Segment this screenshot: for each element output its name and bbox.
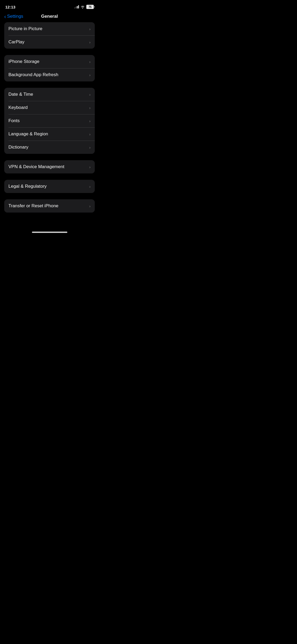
signal-bars-icon	[74, 5, 79, 8]
date-and-time-label: Date & Time	[8, 92, 33, 97]
chevron-right-icon: ›	[89, 59, 91, 64]
nav-bar: ‹ Settings General	[0, 12, 99, 22]
chevron-right-icon: ›	[89, 145, 91, 150]
back-chevron-icon: ‹	[4, 14, 6, 19]
chevron-right-icon: ›	[89, 119, 91, 123]
keyboard-label: Keyboard	[8, 105, 28, 110]
settings-item-vpn-device-management[interactable]: VPN & Device Management ›	[4, 160, 95, 173]
background-app-refresh-label: Background App Refresh	[8, 72, 58, 77]
group-keyboard-language: Date & Time › Keyboard › Fonts › Languag…	[4, 88, 95, 154]
settings-item-date-and-time[interactable]: Date & Time ›	[4, 88, 95, 101]
settings-item-fonts[interactable]: Fonts ›	[4, 114, 95, 127]
fonts-label: Fonts	[8, 118, 20, 123]
settings-item-transfer-reset-iphone[interactable]: Transfer or Reset iPhone ›	[4, 199, 95, 213]
battery-icon: 75	[86, 5, 94, 9]
group-pip-carplay: Picture in Picture › CarPlay ›	[4, 22, 95, 49]
dictionary-label: Dictionary	[8, 145, 29, 150]
back-label: Settings	[7, 14, 23, 19]
chevron-right-icon: ›	[89, 27, 91, 31]
home-indicator	[0, 229, 99, 234]
group-storage-refresh: iPhone Storage › Background App Refresh …	[4, 55, 95, 81]
settings-item-carplay[interactable]: CarPlay ›	[4, 35, 95, 49]
settings-item-legal-regulatory[interactable]: Legal & Regulatory ›	[4, 180, 95, 193]
settings-content: Picture in Picture › CarPlay › iPhone St…	[0, 22, 99, 227]
vpn-device-management-label: VPN & Device Management	[8, 164, 64, 169]
wifi-icon	[81, 5, 85, 8]
chevron-right-icon: ›	[89, 132, 91, 136]
status-time: 12:13	[5, 5, 15, 9]
picture-in-picture-label: Picture in Picture	[8, 26, 43, 31]
home-bar	[32, 232, 67, 233]
settings-item-language-and-region[interactable]: Language & Region ›	[4, 127, 95, 141]
chevron-right-icon: ›	[89, 92, 91, 97]
language-and-region-label: Language & Region	[8, 131, 48, 137]
chevron-right-icon: ›	[89, 184, 91, 189]
chevron-right-icon: ›	[89, 204, 91, 208]
transfer-reset-iphone-label: Transfer or Reset iPhone	[8, 203, 58, 209]
back-button[interactable]: ‹ Settings	[4, 14, 23, 19]
settings-item-background-app-refresh[interactable]: Background App Refresh ›	[4, 68, 95, 81]
legal-regulatory-label: Legal & Regulatory	[8, 184, 47, 189]
settings-item-picture-in-picture[interactable]: Picture in Picture ›	[4, 22, 95, 35]
page-title: General	[41, 14, 58, 19]
status-bar: 12:13 75	[0, 0, 99, 12]
status-icons: 75	[74, 5, 94, 9]
group-vpn: VPN & Device Management ›	[4, 160, 95, 173]
settings-item-iphone-storage[interactable]: iPhone Storage ›	[4, 55, 95, 68]
chevron-right-icon: ›	[89, 105, 91, 110]
iphone-storage-label: iPhone Storage	[8, 59, 39, 64]
carplay-label: CarPlay	[8, 39, 24, 45]
settings-item-keyboard[interactable]: Keyboard ›	[4, 101, 95, 114]
chevron-right-icon: ›	[89, 165, 91, 169]
chevron-right-icon: ›	[89, 40, 91, 44]
settings-item-dictionary[interactable]: Dictionary ›	[4, 141, 95, 154]
chevron-right-icon: ›	[89, 73, 91, 77]
group-transfer: Transfer or Reset iPhone ›	[4, 199, 95, 213]
group-legal: Legal & Regulatory ›	[4, 180, 95, 193]
